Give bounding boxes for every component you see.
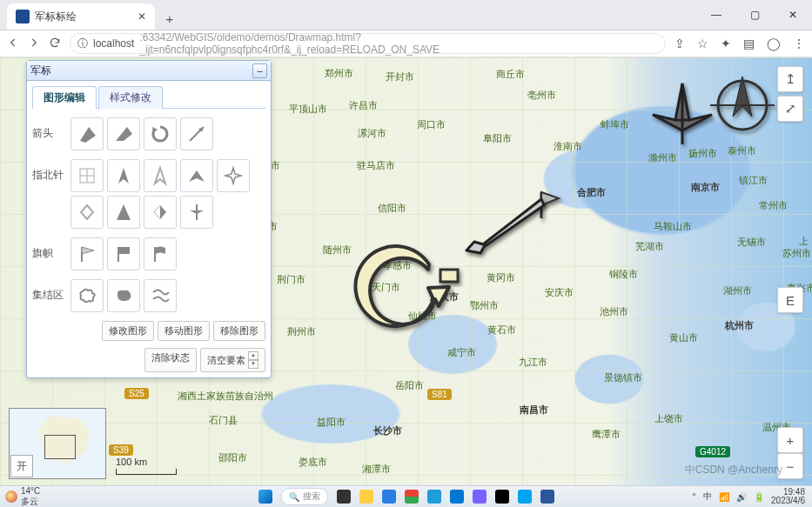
profile-icon[interactable]: ◯ (767, 37, 781, 50)
overflow-menu-icon[interactable]: ⋮ (793, 37, 805, 50)
tray-volume-icon[interactable]: 🔊 (736, 492, 747, 502)
tool-north-solid-tri[interactable] (107, 196, 140, 229)
taskbar-taskview[interactable] (337, 490, 351, 504)
watermark: 中CSDN @Anchenry (685, 463, 782, 477)
bookmark-star-icon[interactable]: ☆ (697, 37, 708, 50)
modify-shape-button[interactable]: 修改图形 (102, 321, 154, 341)
address-bar[interactable]: ⓘ localhost :63342/WebGIS/oldemo/demos/D… (70, 33, 666, 54)
window-min-button[interactable]: — (697, 0, 735, 30)
tab-style-modify[interactable]: 样式修改 (98, 86, 163, 109)
scale-label: 100 km (116, 457, 147, 467)
symbol-straight-arrow (466, 199, 544, 253)
favicon (16, 10, 30, 23)
browser-toolbar: ⓘ localhost :63342/WebGIS/oldemo/demos/D… (0, 30, 812, 57)
clear-features-label: 清空要素 (207, 354, 245, 367)
url-rest: :63342/WebGIS/oldemo/demos/Drawmap.html?… (139, 31, 658, 56)
tool-north-plane[interactable] (180, 196, 213, 229)
tray-wifi-icon[interactable]: 📶 (719, 492, 729, 502)
tool-zone-cloud[interactable] (70, 279, 104, 312)
taskbar-edge[interactable] (382, 490, 396, 504)
extensions-icon[interactable]: ✦ (721, 37, 731, 50)
tool-arrow-thin[interactable] (180, 117, 213, 150)
taskbar-app2[interactable] (473, 490, 487, 504)
move-shape-button[interactable]: 移动图形 (158, 321, 210, 341)
remove-shape-button[interactable]: 移除图形 (213, 321, 265, 341)
scale-bar-line (116, 469, 177, 475)
tool-north-outline-dart[interactable] (144, 159, 177, 192)
panel-collapse-button[interactable]: – (252, 63, 267, 78)
taskbar-search-label: 搜索 (303, 490, 320, 503)
tool-north-half-diamond[interactable] (144, 196, 177, 229)
tool-north-diamond[interactable] (70, 196, 104, 229)
nav-reload-button[interactable] (49, 37, 61, 51)
nav-back-button[interactable] (7, 37, 19, 51)
tray-ime-icon[interactable]: 中 (703, 490, 712, 503)
start-button[interactable] (258, 490, 272, 504)
tray-chevron-icon[interactable]: ˄ (692, 492, 696, 502)
map-fullscreen-button[interactable]: ⤢ (777, 96, 803, 122)
tool-north-wide[interactable] (180, 159, 213, 192)
tray-battery-icon[interactable]: 🔋 (754, 492, 764, 502)
spin-down-icon[interactable]: ▼ (248, 360, 258, 369)
military-symbol-panel[interactable]: 军标 – 图形编辑 样式修改 箭头 指北针 (26, 60, 272, 378)
windows-taskbar[interactable]: 14°C多云 🔍 搜索 ˄ 中 📶 🔊 🔋 19:48 2023/4/6 (0, 485, 812, 507)
group-north-label: 指北针 (32, 159, 70, 183)
tab-close-icon[interactable]: ✕ (138, 10, 146, 23)
tool-flag-pennant[interactable] (70, 237, 104, 270)
tab-shape-edit-label: 图形编辑 (44, 91, 85, 103)
group-flag-label: 旗帜 (32, 237, 70, 261)
taskbar-app5[interactable] (540, 490, 554, 504)
clear-state-button[interactable]: 清除状态 (144, 348, 197, 372)
symbol-rect-flag (440, 270, 458, 282)
modify-shape-label: 修改图形 (109, 325, 147, 336)
spin-up-icon[interactable]: ▲ (248, 351, 258, 360)
tool-zone-blob[interactable] (107, 279, 140, 312)
tool-flag-wave[interactable] (144, 237, 177, 270)
map-viewport[interactable]: 郑州市 开封市 商丘市 平顶山市 许昌市 漯河市 周口市 亳州市 阜阳市 蚌埠市… (0, 57, 812, 488)
tab-shape-edit[interactable]: 图形编辑 (32, 86, 97, 109)
move-shape-label: 移动图形 (164, 325, 203, 336)
taskbar-temp: 14°C (21, 486, 40, 496)
tab-style-modify-label: 样式修改 (110, 91, 151, 103)
window-close-button[interactable]: ✕ (774, 0, 812, 30)
reader-icon[interactable]: ▤ (743, 37, 755, 50)
tool-arrow-tail[interactable] (107, 117, 140, 150)
url-host: localhost (93, 37, 134, 50)
east-label: E (786, 293, 795, 308)
taskbar-app1[interactable] (427, 490, 441, 504)
taskbar-search[interactable]: 🔍 搜索 (281, 488, 328, 505)
scale-bar: 100 km (116, 457, 177, 475)
nav-forward-button[interactable] (28, 37, 40, 51)
tool-north-cross[interactable] (70, 159, 104, 192)
taskbar-app3[interactable] (495, 490, 509, 504)
site-info-icon[interactable]: ⓘ (77, 37, 88, 51)
taskbar-chrome[interactable] (405, 490, 419, 504)
tool-arrow-circular[interactable] (144, 117, 177, 150)
map-zoom-in-button[interactable]: + (777, 427, 803, 453)
overview-toggle-label: 开 (17, 459, 27, 474)
tray-clock[interactable]: 19:48 2023/4/6 (771, 488, 805, 505)
tool-north-star4[interactable] (217, 159, 250, 192)
symbol-regroup-arrow (355, 246, 449, 326)
tool-flag-rect[interactable] (107, 237, 140, 270)
taskbar-vscode[interactable] (450, 490, 464, 504)
clear-state-label: 清除状态 (151, 352, 190, 363)
clear-features-button[interactable]: 清空要素 ▲▼ (200, 348, 265, 372)
browser-tab[interactable]: 军标标绘 ✕ (7, 3, 155, 30)
overview-toggle-button[interactable]: 开 (10, 455, 33, 477)
share-icon[interactable]: ⇪ (674, 37, 685, 50)
tool-arrow-broad[interactable] (70, 117, 104, 150)
new-tab-button[interactable]: + (158, 7, 181, 30)
taskbar-weather[interactable]: 14°C多云 (5, 486, 40, 508)
map-east-button[interactable]: E (777, 287, 803, 313)
taskbar-weather-text: 多云 (21, 497, 38, 506)
map-home-button[interactable]: ↥ (777, 66, 803, 92)
panel-header[interactable]: 军标 – (27, 61, 271, 81)
tool-north-dart[interactable] (107, 159, 140, 192)
window-max-button[interactable]: ▢ (735, 0, 774, 30)
tray-date: 2023/4/6 (771, 496, 805, 505)
taskbar-explorer[interactable] (359, 490, 373, 504)
svg-line-5 (190, 127, 204, 141)
taskbar-app4[interactable] (518, 490, 532, 504)
tool-zone-snake[interactable] (144, 279, 177, 312)
